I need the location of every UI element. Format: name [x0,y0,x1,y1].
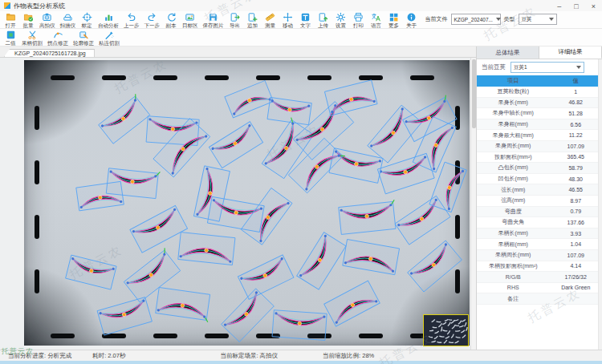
duplicate-button[interactable]: 副本 [162,12,180,28]
open-button[interactable]: 打开 [2,12,19,28]
bean-pod-annotation[interactable] [209,122,262,168]
table-row[interactable]: RHSDark Green [477,283,602,294]
about-button[interactable]: 关于 [403,12,421,28]
auto-analyze-button[interactable]: 自动分析 [96,12,121,28]
image-tab[interactable]: KZGP_20240725161728.jpg [4,49,95,57]
save-image-button[interactable]: 保存图片 [201,12,226,28]
export-icon [230,12,240,22]
table-row[interactable]: 果身最大粗(mm)11.22 [477,130,602,141]
type-select[interactable]: 豆荚 [519,14,557,25]
tab-detailed-results[interactable]: 详细结果 [539,47,602,59]
doc-camera-button[interactable]: 高拍仪 [37,12,58,28]
calibrate-button[interactable]: 标定 [78,12,96,28]
table-row[interactable]: 果柄长(mm)3.93 [477,229,602,240]
print-button[interactable]: 打印 [350,12,368,28]
results-panel: 总体结果 详细结果 当前豆荚 豆荚1 项目 值 豆荚粒数(粒)1果身长(mm)4… [476,47,602,350]
settings-button[interactable]: 设置 [332,12,350,28]
target-region-button[interactable]: 目标区 [180,12,201,28]
print-icon [353,12,364,22]
stalk-cut-button[interactable]: 果柄切割 [19,30,45,46]
text-button[interactable]: 文字 [297,12,315,28]
registration-mark [51,75,75,80]
bean-pod-annotation[interactable] [343,240,400,275]
annotation-layer [24,60,470,346]
contour-fix-icon [79,30,89,40]
bean-pod-annotation[interactable] [339,200,397,234]
table-row[interactable]: 弯曲度0.79 [477,207,602,218]
table-row[interactable]: 豆荚粒数(粒)1 [477,87,602,98]
bean-pod-annotation[interactable] [324,281,380,326]
bean-pod-annotation[interactable] [225,80,274,117]
batch-button[interactable]: 批量 [19,12,37,28]
bean-pod-annotation[interactable] [238,255,294,300]
table-row[interactable]: 凸包长(mm)58.79 [477,163,602,174]
more-button[interactable]: 更多 [385,12,403,28]
table-row[interactable]: 弦高(mm)8.97 [477,196,602,207]
bean-pod-annotation[interactable] [267,97,311,124]
export-button[interactable]: 导出 [226,12,244,28]
analysis-progress-status: 当前分析进度: 分析完成 [8,352,71,360]
table-row[interactable]: R/G/B17/26/32 [477,272,602,283]
table-row[interactable]: 果身粗(mm)6.56 [477,119,602,131]
next-step-button[interactable]: 下一步 [142,12,163,28]
analyzed-photo[interactable] [24,60,470,346]
table-row[interactable]: 果柄投影面积(mm²)4.14 [477,261,602,273]
window-title: 作物表型分析系统 [14,2,65,10]
table-row[interactable]: 凹包长(mm)48.30 [477,174,602,185]
append-button[interactable]: 追加 [244,12,262,28]
current-file-select[interactable]: KZGP_202407... [451,14,501,25]
table-row[interactable]: 果柄粗(mm)1.04 [477,239,602,250]
registration-mark [256,75,280,80]
about-icon [406,12,417,22]
calibration-status: 当前标定场景: 高拍仪 [220,352,278,360]
bean-pod-annotation[interactable] [297,233,346,289]
tab-overall-results[interactable]: 总体结果 [477,47,539,59]
upload-button[interactable]: 上传 [315,12,332,28]
bean-pod-annotation[interactable] [324,80,377,115]
measure-icon [265,12,275,22]
table-row[interactable]: 果身长(mm)46.82 [477,98,602,109]
prev-step-button[interactable]: 上一步 [121,12,142,28]
save-image-icon [208,12,218,22]
minimize-button[interactable]: – [557,2,561,10]
table-row[interactable]: 弦长(mm)46.55 [477,184,602,196]
close-button[interactable]: × [592,2,596,10]
binary-button[interactable]: 二值 [2,30,19,46]
move-button[interactable]: 移动 [279,12,297,28]
table-row[interactable]: 弯曲夹角137.66 [477,217,602,229]
bean-pod-annotation[interactable] [155,287,211,322]
results-tabs: 总体结果 详细结果 [477,47,602,59]
image-workspace: KZGP_20240725161728.jpg [0,47,476,350]
edit-toolbar-buttons: 二值果柄切割拐点修正轮廓修正粘连切割 [2,30,122,46]
bean-pod-annotation[interactable] [408,241,462,292]
language-button[interactable]: 语言 [368,12,385,28]
canvas-scrollbar [470,58,476,350]
overview-thumbnail[interactable] [423,314,469,346]
folder-open-icon [6,12,16,22]
bean-pod-annotation[interactable] [97,94,151,144]
table-row[interactable]: 投影面积(mm²)365.45 [477,152,602,164]
inflection-fix-button[interactable]: 拐点修正 [45,30,71,46]
scanner-button[interactable]: 扫描仪 [58,12,79,28]
status-bar: 当前分析进度: 分析完成 耗时: 2.07秒 当前标定场景: 高拍仪 当前缩放比… [0,350,602,361]
table-row[interactable]: 备注 [477,293,602,305]
bean-pod-annotation[interactable] [272,310,327,341]
bean-pod-annotation[interactable] [76,181,124,211]
chevron-down-icon [576,66,581,69]
current-pod-select[interactable]: 豆荚1 [510,62,584,73]
contour-fix-button[interactable]: 轮廓修正 [71,30,96,46]
bean-pod-annotation[interactable] [97,297,152,335]
measure-button[interactable]: 测量 [262,12,279,28]
panel-scrollbar[interactable] [598,59,602,350]
main-toolbar-buttons: 打开批量高拍仪扫描仪标定自动分析上一步下一步副本目标区保存图片导出追加测量移动文… [2,12,421,28]
current-pod-label: 当前豆荚 [482,63,506,71]
settings-icon [336,12,346,22]
maximize-button[interactable]: □ [574,2,578,10]
adhesion-cut-button[interactable]: 粘连切割 [96,30,122,46]
bean-pod-annotation[interactable] [66,255,116,289]
table-row[interactable]: 果身中轴长(mm)51.28 [477,108,602,119]
table-row[interactable]: 果身周长(mm)107.09 [477,141,602,152]
table-row[interactable]: 果柄周长(mm)107.09 [477,250,602,261]
bean-pod-annotation[interactable] [130,205,188,253]
bean-pod-annotation[interactable] [178,233,235,265]
